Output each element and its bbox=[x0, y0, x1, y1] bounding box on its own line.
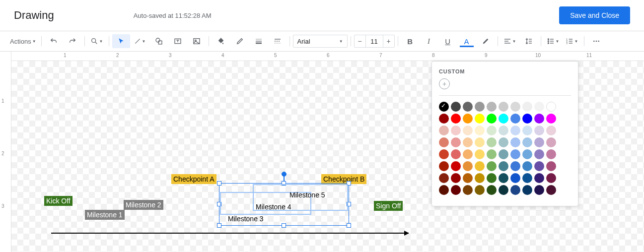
color-swatch[interactable] bbox=[546, 173, 556, 183]
color-swatch[interactable] bbox=[463, 137, 473, 147]
color-swatch[interactable] bbox=[487, 149, 497, 159]
shape-milestone-3-label[interactable]: Milestone 3 bbox=[226, 214, 266, 224]
zoom-menu[interactable]: ▼ bbox=[88, 34, 106, 48]
color-swatch[interactable] bbox=[439, 126, 449, 135]
color-swatch[interactable] bbox=[499, 114, 508, 124]
shape-kickoff[interactable]: Kick Off bbox=[44, 196, 72, 206]
color-swatch[interactable] bbox=[475, 102, 485, 112]
color-swatch[interactable] bbox=[534, 161, 544, 171]
add-custom-color-button[interactable]: + bbox=[439, 78, 450, 89]
resize-handle[interactable] bbox=[282, 223, 286, 228]
resize-handle[interactable] bbox=[347, 223, 351, 228]
resize-handle[interactable] bbox=[217, 181, 221, 186]
redo-button[interactable] bbox=[64, 34, 81, 48]
color-swatch[interactable] bbox=[510, 114, 520, 124]
color-swatch[interactable] bbox=[451, 137, 461, 147]
color-swatch[interactable] bbox=[534, 114, 544, 124]
align-menu[interactable]: ▼ bbox=[501, 34, 519, 48]
color-swatch[interactable] bbox=[499, 149, 508, 159]
color-swatch[interactable] bbox=[499, 185, 508, 195]
drawing-canvas[interactable]: Kick Off Milestone 1 Milestone 2 Checkpo… bbox=[11, 61, 644, 252]
highlight-color-button[interactable] bbox=[477, 34, 495, 48]
color-swatch[interactable] bbox=[475, 137, 485, 147]
color-swatch[interactable] bbox=[510, 137, 520, 147]
color-swatch[interactable] bbox=[499, 173, 508, 183]
text-color-button[interactable]: A bbox=[458, 34, 476, 48]
select-tool[interactable] bbox=[112, 34, 130, 48]
color-swatch[interactable] bbox=[451, 126, 461, 135]
font-size-decrease[interactable]: − bbox=[355, 37, 365, 45]
color-swatch[interactable] bbox=[463, 102, 473, 112]
border-color-button[interactable] bbox=[231, 34, 249, 48]
color-swatch[interactable] bbox=[546, 102, 556, 112]
color-swatch[interactable] bbox=[487, 161, 497, 171]
color-swatch[interactable] bbox=[499, 102, 508, 112]
color-swatch[interactable] bbox=[534, 137, 544, 147]
font-size-value[interactable]: 11 bbox=[365, 35, 383, 47]
color-swatch[interactable] bbox=[451, 173, 461, 183]
color-swatch[interactable] bbox=[546, 161, 556, 171]
color-swatch[interactable] bbox=[510, 161, 520, 171]
rotation-handle[interactable] bbox=[282, 172, 286, 177]
color-swatch[interactable] bbox=[439, 149, 449, 159]
color-swatch[interactable] bbox=[499, 126, 508, 135]
color-swatch[interactable] bbox=[510, 173, 520, 183]
color-swatch[interactable] bbox=[510, 185, 520, 195]
bold-button[interactable]: B bbox=[401, 34, 419, 48]
color-swatch[interactable] bbox=[522, 161, 532, 171]
save-and-close-button[interactable]: Save and Close bbox=[559, 6, 630, 24]
color-swatch[interactable] bbox=[499, 161, 508, 171]
color-swatch[interactable] bbox=[475, 161, 485, 171]
color-swatch[interactable] bbox=[439, 102, 449, 112]
color-swatch[interactable] bbox=[534, 149, 544, 159]
shape-checkpoint-b[interactable]: Checkpoint B bbox=[321, 174, 366, 184]
color-swatch[interactable] bbox=[522, 173, 532, 183]
border-dash-button[interactable] bbox=[269, 34, 286, 48]
color-swatch[interactable] bbox=[463, 114, 473, 124]
color-swatch[interactable] bbox=[463, 149, 473, 159]
color-swatch[interactable] bbox=[522, 137, 532, 147]
color-swatch[interactable] bbox=[439, 114, 449, 124]
bulleted-list-button[interactable]: ▼ bbox=[544, 34, 562, 48]
color-swatch[interactable] bbox=[522, 185, 532, 195]
color-swatch[interactable] bbox=[522, 149, 532, 159]
color-swatch[interactable] bbox=[534, 126, 544, 135]
color-swatch[interactable] bbox=[463, 173, 473, 183]
italic-button[interactable]: I bbox=[420, 34, 438, 48]
color-swatch[interactable] bbox=[475, 149, 485, 159]
color-swatch[interactable] bbox=[451, 185, 461, 195]
resize-handle[interactable] bbox=[217, 223, 221, 228]
color-swatch[interactable] bbox=[439, 173, 449, 183]
line-tool[interactable]: ▼ bbox=[131, 34, 149, 48]
color-swatch[interactable] bbox=[522, 114, 532, 124]
shape-milestone-4-label[interactable]: Milestone 4 bbox=[254, 202, 293, 212]
line-spacing-button[interactable] bbox=[520, 34, 538, 48]
border-weight-button[interactable] bbox=[250, 34, 268, 48]
color-swatch[interactable] bbox=[463, 161, 473, 171]
color-swatch[interactable] bbox=[463, 185, 473, 195]
color-swatch[interactable] bbox=[487, 173, 497, 183]
font-family-select[interactable]: Arial▼ bbox=[293, 35, 348, 48]
color-swatch[interactable] bbox=[510, 102, 520, 112]
color-swatch[interactable] bbox=[475, 173, 485, 183]
color-swatch[interactable] bbox=[439, 161, 449, 171]
textbox-tool[interactable] bbox=[169, 34, 187, 48]
numbered-list-button[interactable]: 123▼ bbox=[563, 34, 581, 48]
color-swatch[interactable] bbox=[522, 102, 532, 112]
timeline-arrow[interactable] bbox=[51, 233, 409, 234]
color-swatch[interactable] bbox=[546, 114, 556, 124]
shape-milestone-5-label[interactable]: Milestone 5 bbox=[287, 190, 327, 200]
color-swatch[interactable] bbox=[451, 114, 461, 124]
color-swatch[interactable] bbox=[451, 102, 461, 112]
color-swatch[interactable] bbox=[487, 185, 497, 195]
color-swatch[interactable] bbox=[439, 137, 449, 147]
color-swatch[interactable] bbox=[534, 185, 544, 195]
color-swatch[interactable] bbox=[451, 161, 461, 171]
color-swatch[interactable] bbox=[487, 114, 497, 124]
color-swatch[interactable] bbox=[534, 102, 544, 112]
color-swatch[interactable] bbox=[487, 137, 497, 147]
color-swatch[interactable] bbox=[439, 185, 449, 195]
underline-button[interactable]: U bbox=[439, 34, 457, 48]
shape-signoff[interactable]: Sign Off bbox=[374, 201, 403, 211]
color-swatch[interactable] bbox=[475, 114, 485, 124]
